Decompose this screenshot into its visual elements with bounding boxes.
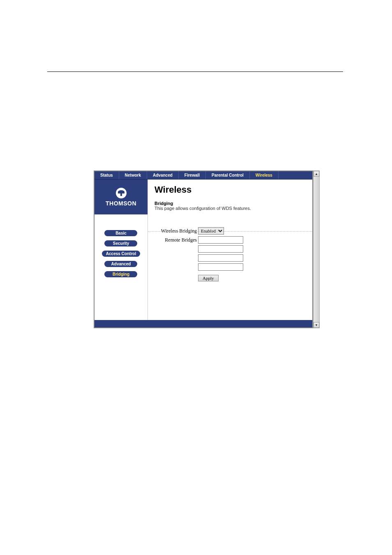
sidebar-item-bridging[interactable]: Bridging bbox=[104, 271, 137, 277]
main-content: Wireless Bridging This page allows confi… bbox=[148, 180, 312, 327]
nav-label: Wireless bbox=[256, 173, 272, 177]
brand-logo-block: THOMSON bbox=[95, 180, 148, 214]
nav-tab-status[interactable]: Status bbox=[95, 171, 119, 179]
footer-bar bbox=[95, 320, 312, 327]
section-title: Bridging bbox=[154, 201, 306, 206]
thomson-logo-icon bbox=[116, 188, 127, 198]
router-admin-window: Status Network Advanced Firewall Parenta… bbox=[94, 170, 313, 328]
scroll-down-arrow-icon[interactable]: ▼ bbox=[314, 322, 319, 328]
nav-tab-parental-control[interactable]: Parental Control bbox=[206, 171, 250, 179]
remote-bridges-label: Remote Bridges bbox=[154, 236, 198, 243]
sidebar-item-advanced[interactable]: Advanced bbox=[104, 261, 137, 267]
nav-tab-firewall[interactable]: Firewall bbox=[179, 171, 206, 179]
nav-label: Network bbox=[125, 173, 141, 177]
sidebar-item-label: Bridging bbox=[113, 272, 129, 276]
brand-name: THOMSON bbox=[106, 200, 136, 207]
sidebar: THOMSON Basic Security Access Control Ad… bbox=[95, 180, 148, 327]
remote-bridge-input-1[interactable] bbox=[198, 236, 243, 244]
vertical-scrollbar[interactable]: ▲ ▼ bbox=[313, 170, 320, 328]
nav-label: Status bbox=[100, 173, 113, 177]
content-wrap: THOMSON Basic Security Access Control Ad… bbox=[95, 180, 312, 327]
sidebar-items: Basic Security Access Control Advanced B… bbox=[102, 214, 140, 277]
form-row-remote-bridges: Remote Bridges bbox=[154, 236, 306, 271]
horizontal-rule bbox=[47, 71, 343, 72]
remote-bridge-input-2[interactable] bbox=[198, 245, 243, 253]
apply-button-label: Apply bbox=[203, 276, 214, 281]
top-nav: Status Network Advanced Firewall Parenta… bbox=[95, 171, 312, 180]
remote-bridges-input-stack bbox=[198, 236, 243, 271]
sidebar-item-security[interactable]: Security bbox=[104, 240, 137, 246]
nav-label: Firewall bbox=[184, 173, 200, 177]
form-row-bridging: Wireless Bridging Enabled bbox=[154, 227, 306, 235]
apply-button[interactable]: Apply bbox=[198, 275, 219, 281]
remote-bridge-input-3[interactable] bbox=[198, 254, 243, 262]
nav-label: Parental Control bbox=[212, 173, 244, 177]
sidebar-item-label: Advanced bbox=[111, 262, 131, 266]
nav-label: Advanced bbox=[153, 173, 173, 177]
sidebar-item-label: Access Control bbox=[106, 251, 136, 256]
sidebar-item-access-control[interactable]: Access Control bbox=[102, 251, 140, 257]
sidebar-item-label: Security bbox=[113, 241, 129, 246]
wireless-bridging-label: Wireless Bridging bbox=[154, 227, 198, 234]
section-description: This page allows configuration of WDS fe… bbox=[154, 206, 306, 211]
scroll-up-arrow-icon[interactable]: ▲ bbox=[314, 171, 319, 177]
content-divider bbox=[148, 231, 312, 232]
page-title: Wireless bbox=[154, 184, 306, 195]
sidebar-item-label: Basic bbox=[115, 231, 127, 235]
remote-bridge-input-4[interactable] bbox=[198, 263, 243, 271]
nav-tab-wireless[interactable]: Wireless bbox=[250, 171, 279, 179]
sidebar-item-basic[interactable]: Basic bbox=[104, 230, 137, 236]
nav-tab-network[interactable]: Network bbox=[119, 171, 147, 179]
nav-tab-advanced[interactable]: Advanced bbox=[147, 171, 179, 179]
wireless-bridging-select[interactable]: Enabled bbox=[198, 227, 224, 235]
